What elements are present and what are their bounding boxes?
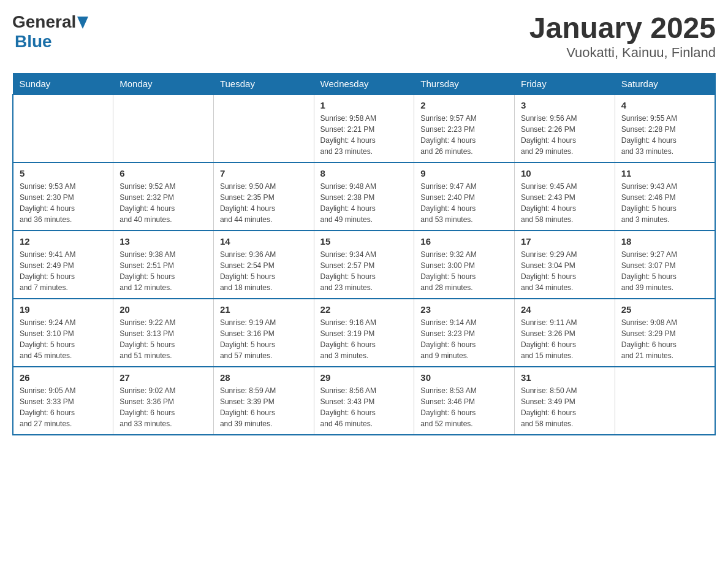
- logo-blue-text: Blue: [15, 32, 52, 51]
- day-info: Sunrise: 9:41 AM Sunset: 2:49 PM Dayligh…: [20, 249, 107, 293]
- day-info: Sunrise: 9:14 AM Sunset: 3:23 PM Dayligh…: [420, 317, 508, 361]
- calendar-day-cell: 11Sunrise: 9:43 AM Sunset: 2:46 PM Dayli…: [615, 163, 715, 231]
- day-info: Sunrise: 9:58 AM Sunset: 2:21 PM Dayligh…: [320, 113, 408, 157]
- day-info: Sunrise: 9:38 AM Sunset: 2:51 PM Dayligh…: [119, 249, 207, 293]
- day-info: Sunrise: 8:56 AM Sunset: 3:43 PM Dayligh…: [320, 385, 408, 429]
- day-number: 31: [521, 372, 609, 383]
- day-info: Sunrise: 9:36 AM Sunset: 2:54 PM Dayligh…: [220, 249, 308, 293]
- day-info: Sunrise: 9:34 AM Sunset: 2:57 PM Dayligh…: [320, 249, 408, 293]
- day-number: 6: [119, 168, 207, 178]
- calendar-day-cell: 27Sunrise: 9:02 AM Sunset: 3:36 PM Dayli…: [113, 367, 214, 435]
- day-of-week-header: Friday: [515, 73, 615, 94]
- day-number: 14: [220, 236, 308, 247]
- calendar-day-cell: 8Sunrise: 9:48 AM Sunset: 2:38 PM Daylig…: [314, 163, 414, 231]
- calendar-day-cell: [213, 94, 314, 163]
- page-title: January 2025: [529, 12, 716, 45]
- calendar-day-cell: 25Sunrise: 9:08 AM Sunset: 3:29 PM Dayli…: [615, 299, 715, 367]
- day-number: 23: [420, 304, 508, 315]
- day-number: 4: [621, 100, 708, 110]
- svg-marker-0: [77, 17, 88, 29]
- day-number: 19: [20, 304, 107, 315]
- calendar-day-cell: 19Sunrise: 9:24 AM Sunset: 3:10 PM Dayli…: [13, 299, 113, 367]
- day-info: Sunrise: 9:19 AM Sunset: 3:16 PM Dayligh…: [220, 317, 308, 361]
- title-block: January 2025 Vuokatti, Kainuu, Finland: [529, 12, 716, 61]
- day-number: 2: [420, 100, 508, 110]
- day-info: Sunrise: 9:32 AM Sunset: 3:00 PM Dayligh…: [420, 249, 508, 293]
- calendar-body: 1Sunrise: 9:58 AM Sunset: 2:21 PM Daylig…: [13, 94, 715, 435]
- calendar-day-cell: 3Sunrise: 9:56 AM Sunset: 2:26 PM Daylig…: [515, 94, 615, 163]
- day-info: Sunrise: 9:29 AM Sunset: 3:04 PM Dayligh…: [521, 249, 609, 293]
- calendar-day-cell: 26Sunrise: 9:05 AM Sunset: 3:33 PM Dayli…: [13, 367, 113, 435]
- day-of-week-header: Sunday: [13, 73, 113, 94]
- day-info: Sunrise: 9:27 AM Sunset: 3:07 PM Dayligh…: [621, 249, 708, 293]
- day-info: Sunrise: 8:50 AM Sunset: 3:49 PM Dayligh…: [521, 385, 609, 429]
- day-info: Sunrise: 9:48 AM Sunset: 2:38 PM Dayligh…: [320, 181, 408, 225]
- day-number: 18: [621, 236, 708, 247]
- day-number: 22: [320, 304, 408, 315]
- day-info: Sunrise: 8:59 AM Sunset: 3:39 PM Dayligh…: [220, 385, 308, 429]
- calendar-day-cell: 5Sunrise: 9:53 AM Sunset: 2:30 PM Daylig…: [13, 163, 113, 231]
- calendar-day-cell: 29Sunrise: 8:56 AM Sunset: 3:43 PM Dayli…: [314, 367, 414, 435]
- calendar-day-cell: 14Sunrise: 9:36 AM Sunset: 2:54 PM Dayli…: [213, 231, 314, 299]
- day-info: Sunrise: 9:43 AM Sunset: 2:46 PM Dayligh…: [621, 181, 708, 225]
- day-number: 11: [621, 168, 708, 178]
- day-number: 17: [521, 236, 609, 247]
- calendar-day-cell: [13, 94, 113, 163]
- calendar-day-cell: 30Sunrise: 8:53 AM Sunset: 3:46 PM Dayli…: [414, 367, 515, 435]
- calendar-day-cell: 28Sunrise: 8:59 AM Sunset: 3:39 PM Dayli…: [213, 367, 314, 435]
- day-number: 27: [119, 372, 207, 383]
- calendar-day-cell: 6Sunrise: 9:52 AM Sunset: 2:32 PM Daylig…: [113, 163, 214, 231]
- day-number: 28: [220, 372, 308, 383]
- day-number: 3: [521, 100, 609, 110]
- logo: General Blue: [12, 12, 88, 52]
- calendar-day-cell: 16Sunrise: 9:32 AM Sunset: 3:00 PM Dayli…: [414, 231, 515, 299]
- page-subtitle: Vuokatti, Kainuu, Finland: [529, 45, 716, 61]
- day-info: Sunrise: 9:05 AM Sunset: 3:33 PM Dayligh…: [20, 385, 107, 429]
- day-number: 26: [20, 372, 107, 383]
- day-info: Sunrise: 9:02 AM Sunset: 3:36 PM Dayligh…: [119, 385, 207, 429]
- day-number: 15: [320, 236, 408, 247]
- calendar-day-cell: 1Sunrise: 9:58 AM Sunset: 2:21 PM Daylig…: [314, 94, 414, 163]
- day-info: Sunrise: 9:52 AM Sunset: 2:32 PM Dayligh…: [119, 181, 207, 225]
- day-number: 9: [420, 168, 508, 178]
- logo-triangle-icon: [77, 17, 88, 29]
- day-number: 1: [320, 100, 408, 110]
- calendar-day-cell: 21Sunrise: 9:19 AM Sunset: 3:16 PM Dayli…: [213, 299, 314, 367]
- day-info: Sunrise: 9:24 AM Sunset: 3:10 PM Dayligh…: [20, 317, 107, 361]
- day-number: 29: [320, 372, 408, 383]
- day-info: Sunrise: 9:57 AM Sunset: 2:23 PM Dayligh…: [420, 113, 508, 157]
- calendar-day-cell: 4Sunrise: 9:55 AM Sunset: 2:28 PM Daylig…: [615, 94, 715, 163]
- calendar-day-cell: 23Sunrise: 9:14 AM Sunset: 3:23 PM Dayli…: [414, 299, 515, 367]
- calendar-day-cell: 9Sunrise: 9:47 AM Sunset: 2:40 PM Daylig…: [414, 163, 515, 231]
- day-number: 13: [119, 236, 207, 247]
- day-number: 5: [20, 168, 107, 178]
- calendar-header: SundayMondayTuesdayWednesdayThursdayFrid…: [13, 73, 715, 94]
- calendar-day-cell: 10Sunrise: 9:45 AM Sunset: 2:43 PM Dayli…: [515, 163, 615, 231]
- calendar-day-cell: 7Sunrise: 9:50 AM Sunset: 2:35 PM Daylig…: [213, 163, 314, 231]
- calendar-day-cell: 12Sunrise: 9:41 AM Sunset: 2:49 PM Dayli…: [13, 231, 113, 299]
- calendar-day-cell: 18Sunrise: 9:27 AM Sunset: 3:07 PM Dayli…: [615, 231, 715, 299]
- calendar-day-cell: 20Sunrise: 9:22 AM Sunset: 3:13 PM Dayli…: [113, 299, 214, 367]
- day-info: Sunrise: 9:47 AM Sunset: 2:40 PM Dayligh…: [420, 181, 508, 225]
- calendar-week-row: 12Sunrise: 9:41 AM Sunset: 2:49 PM Dayli…: [13, 231, 715, 299]
- day-number: 16: [420, 236, 508, 247]
- day-info: Sunrise: 9:56 AM Sunset: 2:26 PM Dayligh…: [521, 113, 609, 157]
- day-number: 7: [220, 168, 308, 178]
- day-of-week-header: Monday: [113, 73, 214, 94]
- day-number: 10: [521, 168, 609, 178]
- day-number: 20: [119, 304, 207, 315]
- day-info: Sunrise: 9:08 AM Sunset: 3:29 PM Dayligh…: [621, 317, 708, 361]
- day-info: Sunrise: 9:45 AM Sunset: 2:43 PM Dayligh…: [521, 181, 609, 225]
- calendar-day-cell: 13Sunrise: 9:38 AM Sunset: 2:51 PM Dayli…: [113, 231, 214, 299]
- page-header: General Blue January 2025 Vuokatti, Kain…: [12, 12, 716, 61]
- day-info: Sunrise: 9:22 AM Sunset: 3:13 PM Dayligh…: [119, 317, 207, 361]
- day-of-week-header: Thursday: [414, 73, 515, 94]
- logo-general-text: General: [12, 12, 76, 32]
- calendar-week-row: 26Sunrise: 9:05 AM Sunset: 3:33 PM Dayli…: [13, 367, 715, 435]
- day-info: Sunrise: 8:53 AM Sunset: 3:46 PM Dayligh…: [420, 385, 508, 429]
- calendar-day-cell: 15Sunrise: 9:34 AM Sunset: 2:57 PM Dayli…: [314, 231, 414, 299]
- calendar-day-cell: 2Sunrise: 9:57 AM Sunset: 2:23 PM Daylig…: [414, 94, 515, 163]
- day-info: Sunrise: 9:50 AM Sunset: 2:35 PM Dayligh…: [220, 181, 308, 225]
- day-info: Sunrise: 9:11 AM Sunset: 3:26 PM Dayligh…: [521, 317, 609, 361]
- day-of-week-header: Saturday: [615, 73, 715, 94]
